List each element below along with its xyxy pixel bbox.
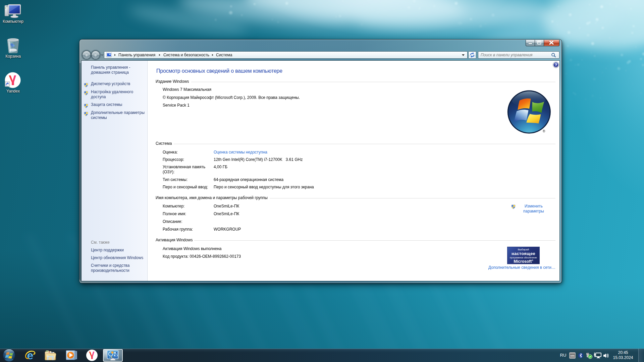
svg-text:vm: vm bbox=[570, 354, 575, 357]
svg-text:®: ® bbox=[543, 129, 545, 133]
svg-text:?: ? bbox=[555, 63, 557, 67]
